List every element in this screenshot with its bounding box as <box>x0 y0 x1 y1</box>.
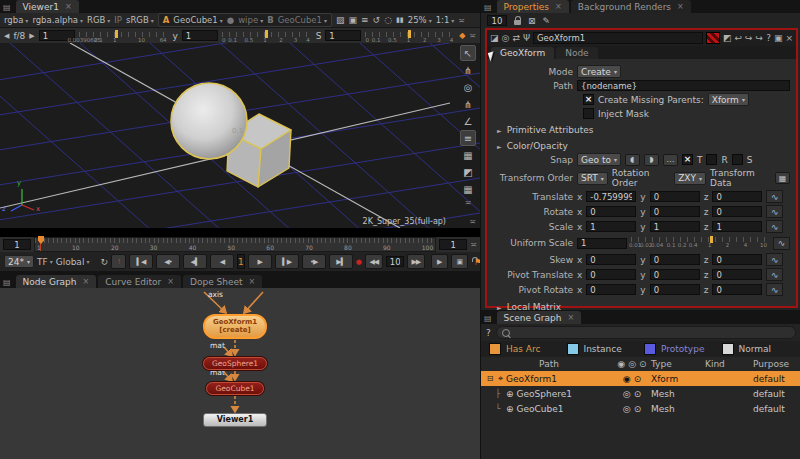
collapse-exposure-icon[interactable]: ≍ <box>469 31 476 40</box>
node-geoxform1[interactable]: GeoXform1 [create] <box>203 314 267 339</box>
skew-z-input[interactable] <box>712 254 762 265</box>
eye-icon[interactable]: ⊙ <box>639 359 647 369</box>
switch-icon[interactable]: ⇄ <box>512 33 520 43</box>
grid-tool-icon[interactable]: ▦ <box>460 147 476 163</box>
panel-menu-icon[interactable]: ▤ <box>3 278 11 287</box>
input-a-dropdown[interactable]: GeoCube1 <box>173 15 222 25</box>
rotate-y-input[interactable] <box>650 206 700 217</box>
collapse-viewport-icon[interactable]: ≍ <box>469 217 476 226</box>
rotate-curve-button[interactable]: ∿ <box>766 205 783 218</box>
layer-dropdown[interactable]: rgba.alpha <box>32 15 83 25</box>
panel-menu-icon[interactable]: ▤ <box>3 3 11 12</box>
section-color-opacity[interactable]: ► Color/Opacity <box>497 141 796 151</box>
rotation-order-dropdown[interactable]: ZXY <box>674 172 706 185</box>
select-tool-icon[interactable]: ↖ <box>460 45 476 61</box>
display-channel-dropdown[interactable]: RGB <box>87 15 110 25</box>
tab-viewer1[interactable]: Viewer1 × <box>16 0 79 13</box>
dot-icon[interactable]: ◉ <box>617 359 625 369</box>
range-in-input[interactable] <box>3 239 31 250</box>
proxy-icon[interactable]: ▨ <box>336 15 345 25</box>
create-missing-parents-checkbox[interactable]: × <box>583 94 594 105</box>
node-tile-color-swatch[interactable] <box>706 32 720 44</box>
column-kind[interactable]: Kind <box>705 359 751 369</box>
nodegraph-canvas[interactable]: axis mat mat GeoXform1 [create] GeoSpher… <box>0 288 480 459</box>
transform-data-button[interactable]: ▦ <box>775 172 790 184</box>
mode-dropdown[interactable]: Create <box>577 65 621 78</box>
skew-tool-icon[interactable]: ∠ <box>460 113 476 129</box>
step-back-button[interactable]: ◀▍ <box>183 254 207 269</box>
collapse-toolbar-icon[interactable]: ≍ <box>458 16 465 25</box>
warning-icon[interactable]: ! <box>111 254 126 269</box>
play-forward-button[interactable]: ▶ <box>248 254 272 269</box>
parent-type-dropdown[interactable]: Xform <box>708 93 749 106</box>
pivot-translate-curve-button[interactable]: ∿ <box>766 268 783 281</box>
goto-start-button[interactable]: ▍◀ <box>129 254 153 269</box>
tab-node-graph[interactable]: Node Graph × <box>16 275 97 288</box>
snap-pivot-icon[interactable]: ◗ <box>644 154 659 166</box>
section-primitive-attributes[interactable]: ► Primitive Attributes <box>497 125 796 135</box>
node-geocube1[interactable]: GeoCube1 <box>206 382 264 395</box>
tab-properties[interactable]: Properties × <box>497 0 569 13</box>
tab-scene-graph[interactable]: Scene Graph × <box>497 311 582 324</box>
skew-x-input[interactable] <box>586 254 636 265</box>
pivot-rotate-curve-button[interactable]: ∿ <box>766 283 783 296</box>
pivot-rotate-x-input[interactable] <box>586 284 636 295</box>
translate-tool-icon[interactable]: ⋔ <box>460 62 476 78</box>
snap-options-button[interactable]: … <box>663 154 678 166</box>
help-icon[interactable]: ? <box>486 328 491 338</box>
gamma-slider[interactable]: 0 0.1 0.5 1 2 3 4 <box>222 30 312 42</box>
scale-x-input[interactable] <box>586 221 636 232</box>
help-icon[interactable]: ? <box>766 33 771 43</box>
redo-icon[interactable]: ↪ <box>756 33 764 43</box>
translate-y-input[interactable] <box>650 191 700 202</box>
eye-icon[interactable]: ⊙ <box>634 404 642 414</box>
ratio-dropdown[interactable]: 1:1 <box>436 15 455 25</box>
center-panel-icon[interactable]: ◎ <box>502 33 510 43</box>
rotate-z-input[interactable] <box>712 206 762 217</box>
color-sample-icon[interactable]: ◆ <box>459 31 465 40</box>
panel-menu-icon[interactable]: ▤ <box>484 314 492 323</box>
refresh-icon[interactable]: ↺ <box>373 15 381 25</box>
step-forward-button[interactable]: ▍▶ <box>275 254 299 269</box>
scenegraph-row-geoxform1[interactable]: ⊟ ⌖ GeoXform1 ◉ ⊙ Xform default <box>481 371 800 386</box>
uniform-scale-slider[interactable]: 0.01 0.02 0.04 0.1 0.2 0.4 1 2 4 10 <box>631 236 769 250</box>
tab-background-renders[interactable]: Background Renders × <box>571 0 691 13</box>
column-purpose[interactable]: Purpose <box>753 359 797 369</box>
input-process-toggle[interactable]: IP <box>114 15 122 25</box>
node-geosphere1[interactable]: GeoSphere1 <box>203 357 267 370</box>
translate-z-input[interactable] <box>712 191 762 202</box>
zoom-dropdown[interactable]: 25% <box>408 15 432 25</box>
undo-icon[interactable]: ↩ <box>735 33 743 43</box>
lattice-tool-icon[interactable]: ▦ <box>460 181 476 197</box>
close-icon[interactable]: × <box>555 3 562 11</box>
node-color-icon[interactable]: ◪ <box>490 33 499 43</box>
snap-s-checkbox[interactable] <box>732 154 743 165</box>
collapse-tools-icon[interactable]: ≍ <box>465 198 472 207</box>
tab-curve-editor[interactable]: Curve Editor × <box>98 275 181 288</box>
ring-icon[interactable]: ◎ <box>623 404 631 414</box>
pause-icon[interactable]: ▮▮ <box>396 16 404 24</box>
colorspace-dropdown[interactable]: sRGB <box>126 15 154 25</box>
translate-curve-button[interactable]: ∿ <box>766 190 783 203</box>
pivot-translate-y-input[interactable] <box>650 269 700 280</box>
rotate-x-input[interactable] <box>586 206 636 217</box>
search-input[interactable] <box>496 326 796 339</box>
tab-node[interactable]: Node <box>556 47 598 59</box>
display-mode-icon[interactable]: ≡ <box>460 130 476 146</box>
frame-increment-input[interactable] <box>386 256 404 267</box>
current-frame-display[interactable]: 1 <box>237 254 245 269</box>
pivot-translate-z-input[interactable] <box>712 269 762 280</box>
prev-keyframe-button[interactable]: ◀• <box>156 254 180 269</box>
play-backward-button[interactable]: ◀ <box>210 254 234 269</box>
dot-icon[interactable]: ◉ <box>623 374 631 384</box>
close-icon[interactable]: × <box>83 278 90 286</box>
node-name-input[interactable] <box>533 32 703 44</box>
snap-geo-icon[interactable]: ◖ <box>625 154 640 166</box>
skew-curve-button[interactable]: ∿ <box>766 253 783 266</box>
goto-end-button[interactable]: ▶▍ <box>329 254 353 269</box>
scale-tool-icon[interactable]: ⋔ <box>460 96 476 112</box>
ring-icon[interactable]: ◎ <box>628 359 636 369</box>
unlock-icon[interactable] <box>514 20 521 25</box>
uniform-scale-curve-button[interactable]: ∿ <box>773 237 790 250</box>
eye-icon[interactable]: ⊙ <box>634 374 642 384</box>
